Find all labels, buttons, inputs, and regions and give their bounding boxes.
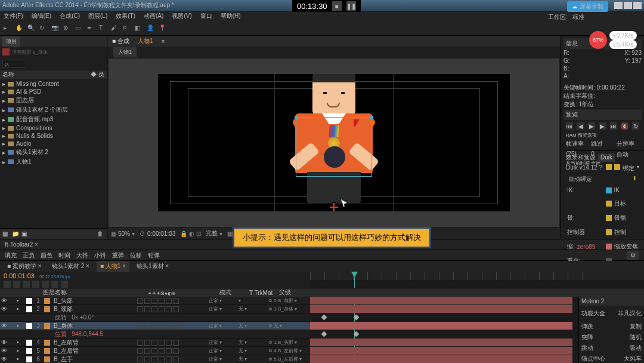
project-item[interactable]: ▸Audio [0,140,107,147]
trash-icon: 🗑 [97,230,104,238]
stamp-tool-icon[interactable]: ⎘ [123,24,131,33]
resolution-dropdown[interactable]: 完整 ▾ [206,229,222,238]
percent-badge: 87% ↑ 0.7K/s↓ 5.4K/s [589,31,637,49]
folder-icon: 📁 [12,230,19,238]
project-item[interactable]: ▸固态层 [0,96,107,105]
comp-tab[interactable]: ■ 合成 [110,36,132,47]
project-item[interactable]: ▸镜头1素材 2 [0,147,107,157]
pen-tool-icon[interactable]: ✒ [87,24,95,33]
project-item[interactable]: ▸Nulls & Solids [0,132,107,140]
project-item[interactable]: ▸人物1 [0,157,107,167]
timeline-layer-row[interactable]: 👁•1B_头部正常 ▾ ▾⊚ 2.B_颈部 ▾ [0,297,310,305]
project-tab[interactable]: 项目 [2,36,20,47]
loop-icon[interactable]: ↻ [632,122,639,130]
timeline-layer-row[interactable]: 👁•3B_身体正常 ▾无 ▾⊚ 无 ▾ [0,322,310,330]
timeline-layers[interactable]: 👁•1B_头部正常 ▾ ▾⊚ 2.B_颈部 ▾👁•2B_颈部正常 ▾无 ▾⊚ 3… [0,297,310,363]
brush-tool-icon[interactable]: 🖌 [111,24,119,33]
timeline-layer-row[interactable]: 👁•5B_左后臂正常 ▾无 ▾⊚ 4.B_左前臂 ▾ [0,347,310,355]
comp-tab[interactable]: × [159,37,167,46]
current-time-indicator[interactable] [354,272,355,288]
comp-tab[interactable]: 人物1 [135,36,156,47]
motion-panel: Motion 2 功能大全非凡汉化弹跳复制突降随机跳动吸动锚点中心大风车小摆动小… [578,297,644,363]
timeline-layer-row[interactable]: 👁•6B_左手正常 ▾无 ▾⊚ 5.B_左后臂 ▾ [0,355,310,363]
anchor-tool-icon[interactable]: ⊕ [63,24,72,33]
project-item[interactable]: ▸配音音频.mp3 [0,115,107,124]
timeline-layer-row[interactable]: 👁•2B_颈部正常 ▾无 ▾⊚ 3.B_身体 ▾ [0,305,310,313]
anchor-point-icon [330,203,338,211]
text-tool-icon[interactable]: T [99,24,107,33]
timeline-ruler[interactable] [310,272,644,280]
rect-tool-icon[interactable]: ▭ [75,24,83,33]
hand-tool-icon[interactable]: ✋ [16,24,24,33]
camera-tool-icon[interactable]: 📷 [51,24,60,33]
prev-frame-icon[interactable]: ◀ [577,122,584,130]
menu-item[interactable]: 图层(L) [88,12,107,20]
project-footer[interactable]: ▦📁▣ 🗑 [0,228,107,239]
project-item[interactable]: ▸Compositions [0,124,107,132]
menu-item[interactable]: 文件(F) [4,12,23,20]
pause-icon[interactable]: ❚❚ [346,1,356,11]
timeline-panel: ■ 案例教学 ×镜头1素材 2 ×■ 人物1 ×镜头1素材 × 0:00:01:… [0,260,644,363]
ft-toolbar-row: 填充正负颜色时间大抖小抖重弹位移铅弹⚙ [0,250,644,260]
preview-panel: 预览 ⏮ ◀ ▶ ▶ ⏭ 🔇 ↻ RAM 预览选项 帧速率跳过分辨率(25)0自… [564,109,642,150]
project-panel: 项目 没有图层 B_身体 名称◆ 类 ▸Missing Content▸AI &… [0,36,107,239]
video-player-overlay: 00:13:30 ■ ❚❚ [292,0,361,12]
composition-panel: ■ 合成人物1× 人物1 [107,36,561,239]
time-display[interactable]: ⏱ 0:00:01:03 [140,230,175,237]
play-icon[interactable]: ▶ [588,122,595,130]
tip-callout: 小提示：遇见这样的问题可以用这样巧妙的方式解决 [233,227,431,248]
eraser-tool-icon[interactable]: ◧ [135,24,143,33]
timeline-tab[interactable]: 镜头1素材 2 × [48,261,93,272]
project-search-input[interactable] [2,60,26,68]
project-thumb [2,48,10,56]
timeline-tab[interactable]: ■ 案例教学 × [4,261,45,272]
rotate-tool-icon[interactable]: ↻ [39,24,48,33]
video-timestamp: 00:13:30 [297,2,327,11]
first-frame-icon[interactable]: ⏮ [566,122,573,130]
tool-toolbar: ▸ ✋ 🔍 ↻ 📷 ⊕ ▭ ✒ T 🖌 ⎘ ◧ 👤 📍 [0,21,644,36]
roto-tool-icon[interactable]: 👤 [147,24,155,33]
puppet-tool-icon[interactable]: 📍 [159,24,167,33]
project-item[interactable]: ▸镜头1素材 2 个图层 [0,105,107,115]
character-artwork [280,74,388,211]
duik-dropdown[interactable]: 绑定 [623,164,634,173]
menu-item[interactable]: 帮助(H) [221,12,241,20]
menubar: 文件(F)编辑(E)合成(C)图层(L)效果(T)动画(A)视图(V)窗口帮助(… [0,11,644,21]
zoom-dropdown[interactable]: ▦ 50% ▾ [111,230,135,237]
window-buttons[interactable] [614,2,642,9]
timeline-layer-row[interactable]: 👁•4B_左前臂正常 ▾无 ▾⊚ 1.B_头部 ▾ [0,339,310,347]
timeline-timecode[interactable]: 0:00:01:03 [4,272,35,279]
project-item[interactable]: ▸Missing Content [0,80,107,88]
menu-item[interactable]: 动画(A) [144,12,163,20]
zoom-tool-icon[interactable]: 🔍 [27,24,36,33]
screen-record-button[interactable]: ☁ 屏幕录制 [567,1,608,12]
right-panels: 信息 R:X: 923G:Y: 197B:A: 关键帧时间: 0:00:00:2… [561,36,644,239]
menu-item[interactable]: 合成(C) [60,12,80,20]
stop-icon[interactable]: ■ [332,1,342,11]
selection-tool-icon[interactable]: ▸ [4,24,12,33]
timeline-layer-row[interactable]: 位置 948.0,544.5 [0,330,310,339]
comp-icon: ▣ [21,230,29,238]
mute-icon[interactable]: 🔇 [621,122,628,130]
timeline-layer-row[interactable]: 旋转 0x +0.0° [0,313,310,322]
menu-item[interactable]: 窗口 [200,12,212,20]
project-item[interactable]: ▸AI & PSD [0,88,107,96]
timeline-graph[interactable] [310,297,578,363]
bin-icon: ▦ [2,230,10,238]
comp-breadcrumb[interactable]: 人物1 [113,47,137,57]
last-frame-icon[interactable]: ⏭ [610,122,617,130]
app-title: Adobe After Effects CC 2014 - E:\学制教程文件夹… [2,1,174,10]
next-frame-icon[interactable]: ▶ [599,122,606,130]
workspace-selector[interactable]: 工作区:标准 [548,13,584,21]
timeline-tab[interactable]: 镜头1素材 × [133,261,172,272]
menu-item[interactable]: 编辑(E) [32,12,51,20]
timeline-tab[interactable]: ■ 人物1 × [97,261,129,272]
composition-viewer[interactable] [109,59,559,227]
menu-item[interactable]: 视图(V) [172,12,191,20]
project-tree[interactable]: ▸Missing Content▸AI & PSD▸固态层▸镜头1素材 2 个图… [0,79,107,228]
menu-item[interactable]: 效果(T) [116,12,135,20]
